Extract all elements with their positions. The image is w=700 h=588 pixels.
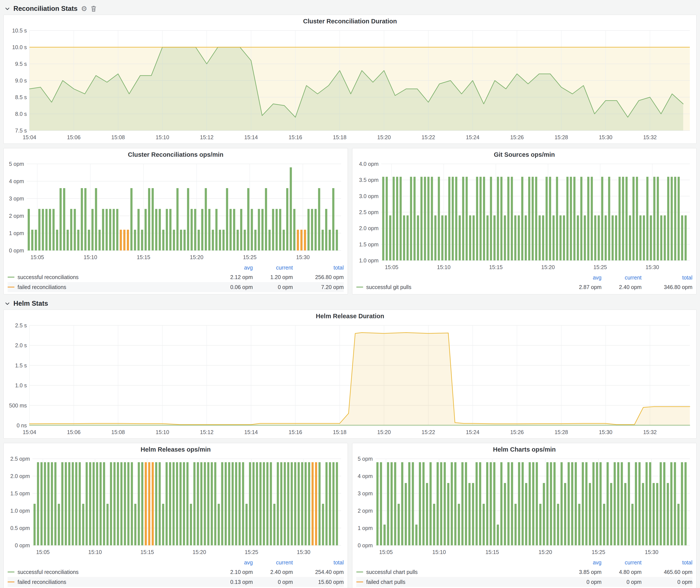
svg-text:1.0 opm: 1.0 opm: [359, 257, 379, 263]
series-color-icon: [356, 287, 363, 288]
legend-header-avg[interactable]: avg: [213, 265, 253, 271]
svg-text:15:14: 15:14: [244, 429, 258, 435]
svg-text:15:15: 15:15: [489, 264, 503, 270]
svg-text:15:30: 15:30: [599, 429, 613, 435]
series-label[interactable]: failed reconciliations: [18, 579, 66, 585]
svg-text:15:08: 15:08: [111, 429, 125, 435]
svg-text:15:15: 15:15: [137, 254, 150, 260]
legend-header-avg[interactable]: avg: [561, 275, 602, 281]
series-label[interactable]: successful reconciliations: [18, 569, 79, 575]
svg-text:4 opm: 4 opm: [9, 178, 24, 184]
legend-avg-value: 2.12 opm: [213, 274, 253, 280]
legend: avg current total successful reconciliat…: [6, 262, 345, 292]
legend-avg-value: 0 opm: [561, 579, 602, 585]
series-label[interactable]: failed chart pulls: [366, 579, 405, 585]
legend-header-current[interactable]: current: [253, 559, 293, 566]
svg-text:0 ns: 0 ns: [17, 422, 27, 428]
legend-avg-value: 3.85 opm: [561, 569, 602, 575]
legend-row-successful: successful reconciliations 2.10 opm 2.40…: [8, 567, 344, 577]
legend-row-successful: successful git pulls 2.87 opm 2.40 opm 3…: [356, 282, 692, 292]
svg-text:15:06: 15:06: [67, 134, 81, 140]
legend-current-value: 4.80 opm: [602, 569, 642, 575]
chart-git-sources-opm[interactable]: 1.0 opm1.5 opm2.0 opm2.5 opm3.0 opm3.5 o…: [355, 161, 694, 272]
section-title[interactable]: Reconciliation Stats: [13, 5, 77, 13]
svg-text:15:04: 15:04: [23, 429, 36, 435]
panel-title[interactable]: Helm Release Duration: [6, 310, 694, 322]
series-label[interactable]: successful chart pulls: [366, 569, 418, 575]
svg-text:15:15: 15:15: [140, 549, 154, 555]
svg-text:15:30: 15:30: [645, 549, 658, 555]
svg-text:8.0 s: 8.0 s: [15, 111, 27, 117]
svg-text:2 opm: 2 opm: [9, 213, 24, 219]
series-color-icon: [356, 572, 363, 572]
legend-total-value: 7.20 opm: [293, 284, 344, 290]
chart-helm-release-duration[interactable]: 0 ns500 ms1.0 s1.5 s2.0 s2.5 s15:0415:06…: [6, 322, 694, 437]
svg-text:15:15: 15:15: [485, 549, 499, 555]
svg-text:2.0 opm: 2.0 opm: [10, 473, 30, 479]
chart-cluster-reconciliation-duration[interactable]: 7.5 s8.0 s8.5 s9.0 s9.5 s10.0 s10.5 s15:…: [6, 27, 694, 142]
legend: avg current total successful chart pulls…: [355, 557, 694, 587]
svg-text:1 opm: 1 opm: [358, 525, 373, 531]
svg-text:15:25: 15:25: [245, 549, 258, 555]
panel-title[interactable]: Git Sources ops/min: [355, 148, 694, 161]
svg-text:15:10: 15:10: [84, 254, 97, 260]
panel-title[interactable]: Helm Releases ops/min: [6, 443, 345, 456]
legend-header-total[interactable]: total: [642, 275, 692, 281]
legend-header-row: avg current total: [8, 263, 344, 272]
legend-header-total[interactable]: total: [293, 265, 344, 271]
svg-text:15:16: 15:16: [289, 429, 302, 435]
legend-header-avg[interactable]: avg: [561, 559, 602, 566]
legend-avg-value: 0.13 opm: [213, 579, 253, 585]
svg-text:10.5 s: 10.5 s: [12, 27, 27, 34]
trash-icon[interactable]: [91, 5, 97, 12]
svg-text:15:25: 15:25: [592, 549, 605, 555]
panel-title[interactable]: Cluster Reconciliation Duration: [6, 15, 694, 27]
svg-text:15:30: 15:30: [599, 134, 613, 140]
svg-text:0 opm: 0 opm: [358, 542, 373, 548]
chevron-down-icon[interactable]: [5, 301, 10, 306]
series-label[interactable]: successful reconciliations: [18, 274, 79, 280]
legend-header-current[interactable]: current: [602, 559, 642, 566]
svg-text:15:16: 15:16: [289, 134, 302, 140]
svg-text:7.5 s: 7.5 s: [15, 128, 27, 134]
legend-row-successful: successful reconciliations 2.12 opm 1.20…: [8, 272, 344, 282]
svg-text:15:10: 15:10: [156, 429, 169, 435]
svg-text:15:20: 15:20: [190, 254, 203, 260]
svg-text:9.5 s: 9.5 s: [15, 61, 27, 67]
panel-title[interactable]: Helm Charts ops/min: [355, 443, 694, 456]
legend-header-avg[interactable]: avg: [213, 559, 253, 566]
svg-text:15:08: 15:08: [111, 134, 125, 140]
svg-text:15:05: 15:05: [385, 264, 398, 270]
panel-title[interactable]: Cluster Reconciliations ops/min: [6, 148, 345, 161]
legend-header-current[interactable]: current: [602, 275, 642, 281]
svg-text:2.0 opm: 2.0 opm: [359, 225, 379, 231]
legend-total-value: 0 opm: [642, 579, 692, 585]
chevron-down-icon[interactable]: [5, 6, 10, 11]
svg-text:5 opm: 5 opm: [358, 456, 373, 462]
gear-icon[interactable]: ⚙: [81, 5, 87, 12]
section-title[interactable]: Helm Stats: [13, 300, 48, 307]
legend-total-value: 465.60 opm: [642, 569, 692, 575]
series-color-icon: [8, 277, 15, 278]
svg-text:4 opm: 4 opm: [358, 473, 373, 479]
svg-text:5 opm: 5 opm: [9, 161, 24, 167]
svg-text:15:20: 15:20: [541, 264, 555, 270]
svg-text:0.5 opm: 0.5 opm: [10, 525, 30, 531]
svg-text:2.5 opm: 2.5 opm: [359, 209, 379, 215]
legend-total-value: 254.40 opm: [293, 569, 344, 575]
chart-helm-releases-opm[interactable]: 0 opm0.5 opm1.0 opm1.5 opm2.0 opm2.5 opm…: [6, 456, 345, 557]
svg-text:15:32: 15:32: [643, 429, 657, 435]
chart-cluster-reconciliations-opm[interactable]: 0 opm1 opm2 opm3 opm4 opm5 opm15:0515:10…: [6, 161, 345, 262]
legend-row-failed: failed chart pulls 0 opm 0 opm 0 opm: [356, 577, 692, 587]
series-label[interactable]: failed reconciliations: [18, 284, 66, 290]
legend-header-total[interactable]: total: [293, 559, 344, 566]
svg-text:15:10: 15:10: [156, 134, 169, 140]
legend-header-total[interactable]: total: [642, 559, 692, 566]
chart-helm-charts-opm[interactable]: 0 opm1 opm2 opm3 opm4 opm5 opm15:0515:10…: [355, 456, 694, 557]
series-label[interactable]: successful git pulls: [366, 284, 411, 290]
svg-text:15:32: 15:32: [643, 134, 657, 140]
legend-header-current[interactable]: current: [253, 265, 293, 271]
svg-text:15:28: 15:28: [555, 429, 568, 435]
svg-text:15:24: 15:24: [466, 134, 479, 140]
svg-text:15:10: 15:10: [88, 549, 102, 555]
